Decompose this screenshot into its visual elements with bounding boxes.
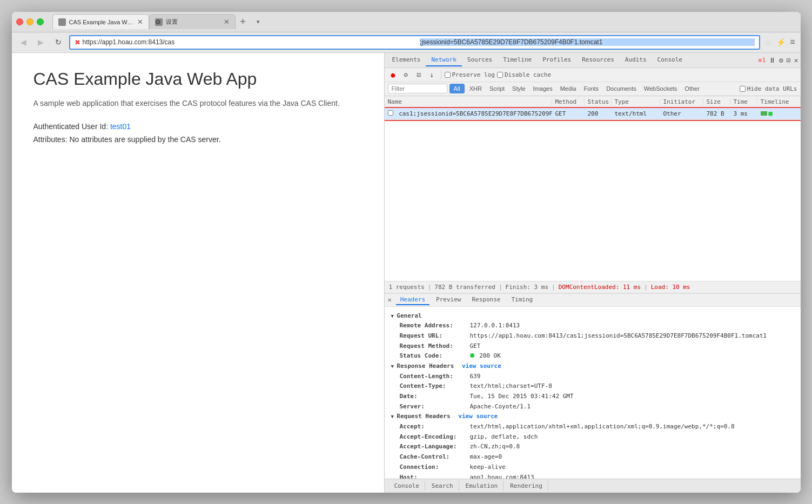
disable-cache-text: Disable cache bbox=[505, 71, 551, 78]
close-devtools-icon[interactable]: ✕ bbox=[794, 56, 798, 64]
bottom-tab-emulation[interactable]: Emulation bbox=[460, 481, 504, 491]
minimize-button[interactable] bbox=[26, 18, 33, 25]
status-code-row: Status Code: 200 OK bbox=[391, 351, 794, 361]
images-filter-button[interactable]: Images bbox=[531, 84, 555, 93]
fonts-filter-button[interactable]: Fonts bbox=[581, 84, 602, 93]
remote-address-row: Remote Address: 127.0.0.1:8413 bbox=[391, 321, 794, 331]
devtools-tab-network[interactable]: Network bbox=[426, 54, 461, 66]
back-button[interactable]: ◀ bbox=[17, 36, 30, 49]
server-label: Server: bbox=[400, 402, 470, 412]
menu-button[interactable]: ≡ bbox=[790, 37, 795, 47]
new-tab-button[interactable]: + bbox=[236, 14, 251, 29]
devtools-tab-profiles[interactable]: Profiles bbox=[537, 54, 576, 66]
all-filter-button[interactable]: All bbox=[449, 84, 465, 93]
maximize-button[interactable] bbox=[37, 18, 44, 25]
record-button[interactable]: ● bbox=[388, 71, 399, 79]
content-area: CAS Example Java Web App A sample web ap… bbox=[12, 53, 801, 493]
cache-control-label: Cache-Control: bbox=[400, 452, 470, 462]
host-value: app1.hoau.com:8413 bbox=[470, 473, 534, 479]
server-row: Server: Apache-Coyote/1.1 bbox=[391, 402, 794, 412]
url-bar[interactable]: ✖ https://app1.hoau.com:8413/cas;jsessio… bbox=[69, 35, 761, 50]
style-filter-button[interactable]: Style bbox=[509, 84, 528, 93]
filter-toggle[interactable]: ⊡ bbox=[414, 71, 425, 79]
other-filter-button[interactable]: Other bbox=[682, 84, 702, 93]
tab-favicon bbox=[58, 18, 66, 26]
detail-tab-headers[interactable]: Headers bbox=[396, 295, 430, 305]
page-attributes: Attributes: No attributes are supplied b… bbox=[33, 135, 363, 144]
detail-tab-response[interactable]: Response bbox=[467, 295, 505, 305]
connection-row: Connection: keep-alive bbox=[391, 462, 794, 473]
request-stats: 1 requests | 782 B transferred | Finish:… bbox=[385, 281, 801, 293]
col-initiator: Initiator bbox=[660, 98, 703, 105]
traffic-lights bbox=[16, 18, 44, 25]
hide-data-urls-label: Hide data URLs bbox=[740, 85, 797, 92]
tab-overflow-button[interactable]: ▾ bbox=[251, 14, 266, 29]
pause-icon[interactable]: ⏸ bbox=[769, 56, 776, 64]
network-row[interactable]: cas1;jsessionid=5BC6A5785E29D7E8F7DB6752… bbox=[385, 108, 801, 120]
dock-icon[interactable]: ⊡ bbox=[787, 56, 791, 64]
import-button[interactable]: ↓ bbox=[427, 71, 438, 79]
tab-1[interactable]: CAS Example Java Web A... ✕ bbox=[52, 14, 149, 29]
row-time: 3 ms bbox=[730, 110, 757, 117]
detail-close-button[interactable]: ✕ bbox=[388, 296, 392, 304]
devtools-tab-sources[interactable]: Sources bbox=[462, 54, 498, 66]
close-button[interactable] bbox=[16, 18, 23, 25]
devtools-tab-timeline[interactable]: Timeline bbox=[498, 54, 537, 66]
devtools-tab-audits[interactable]: Audits bbox=[620, 54, 652, 66]
bottom-bar: Console Search Emulation Rendering bbox=[385, 479, 801, 493]
forward-button[interactable]: ▶ bbox=[35, 36, 48, 49]
disable-cache-label: Disable cache bbox=[497, 71, 551, 78]
hide-data-urls-checkbox[interactable] bbox=[740, 86, 746, 92]
filter-input[interactable] bbox=[388, 84, 447, 93]
request-headers-view-source[interactable]: view source bbox=[458, 413, 498, 420]
preserve-log-checkbox[interactable] bbox=[445, 72, 451, 78]
clear-button[interactable]: ⊘ bbox=[401, 71, 412, 79]
page-user: Authenticated User Id: test01 bbox=[33, 122, 363, 131]
bottom-tab-rendering[interactable]: Rendering bbox=[505, 481, 548, 491]
documents-filter-button[interactable]: Documents bbox=[603, 84, 639, 93]
date-row: Date: Tue, 15 Dec 2015 03:41:42 GMT bbox=[391, 392, 794, 402]
tab-title-2: 设置 bbox=[166, 18, 178, 26]
request-headers-title: Request Headers view source bbox=[391, 412, 794, 422]
response-headers-view-source[interactable]: view source bbox=[462, 362, 501, 369]
websockets-filter-button[interactable]: WebSockets bbox=[641, 84, 680, 93]
page-action-button[interactable]: ⚡ bbox=[776, 38, 786, 46]
detail-tab-preview[interactable]: Preview bbox=[432, 295, 465, 305]
bookmark-button[interactable]: ☆ bbox=[764, 37, 772, 48]
request-method-value: GET bbox=[470, 341, 481, 352]
status-code-dot bbox=[470, 353, 474, 358]
request-url-value: https://app1.hoau.com:8413/cas1;jsession… bbox=[470, 331, 767, 341]
devtools-tab-resources[interactable]: Resources bbox=[576, 54, 620, 66]
user-link[interactable]: test01 bbox=[110, 122, 131, 131]
general-section-title: General bbox=[391, 311, 794, 321]
disable-cache-checkbox[interactable] bbox=[497, 72, 503, 78]
dom-loaded-time: DOMContentLoaded: 11 ms bbox=[559, 284, 641, 291]
row-type: text/html bbox=[612, 110, 660, 117]
devtools-tab-elements[interactable]: Elements bbox=[387, 54, 426, 66]
url-highlight: ;jsessionid=5BC6A5785E29D7E8F7DB675209F4… bbox=[420, 38, 755, 46]
tab-2[interactable]: ⚙ 设置 ✕ bbox=[149, 14, 236, 29]
bottom-tab-search[interactable]: Search bbox=[426, 481, 459, 491]
host-label: Host: bbox=[400, 473, 470, 479]
devtools-panel: Elements Network Sources Timeline Profil… bbox=[385, 53, 801, 493]
devtools-tab-console[interactable]: Console bbox=[652, 54, 688, 66]
refresh-button[interactable]: ↻ bbox=[52, 36, 65, 49]
transferred-size: 782 B transferred bbox=[434, 284, 495, 291]
tab-close-1[interactable]: ✕ bbox=[137, 18, 143, 26]
preserve-log-label: Preserve log bbox=[445, 71, 495, 78]
security-icon: ✖ bbox=[75, 38, 80, 46]
cache-control-row: Cache-Control: max-age=0 bbox=[391, 452, 794, 462]
url-base: https://app1.hoau.com:8413/cas bbox=[83, 38, 418, 46]
settings-icon[interactable]: ⚙ bbox=[779, 56, 783, 64]
hide-data-urls-text: Hide data URLs bbox=[747, 85, 797, 92]
row-checkbox[interactable] bbox=[388, 110, 393, 116]
detail-content: General Remote Address: 127.0.0.1:8413 R… bbox=[385, 307, 801, 479]
xhr-filter-button[interactable]: XHR bbox=[467, 84, 485, 93]
tab-close-2[interactable]: ✕ bbox=[224, 18, 230, 26]
col-name: Name bbox=[385, 98, 552, 105]
media-filter-button[interactable]: Media bbox=[558, 84, 579, 93]
network-table: Name Method Status Type Initiator Size T… bbox=[385, 96, 801, 281]
bottom-tab-console[interactable]: Console bbox=[389, 481, 425, 491]
detail-tab-timing[interactable]: Timing bbox=[507, 295, 537, 305]
script-filter-button[interactable]: Script bbox=[487, 84, 507, 93]
